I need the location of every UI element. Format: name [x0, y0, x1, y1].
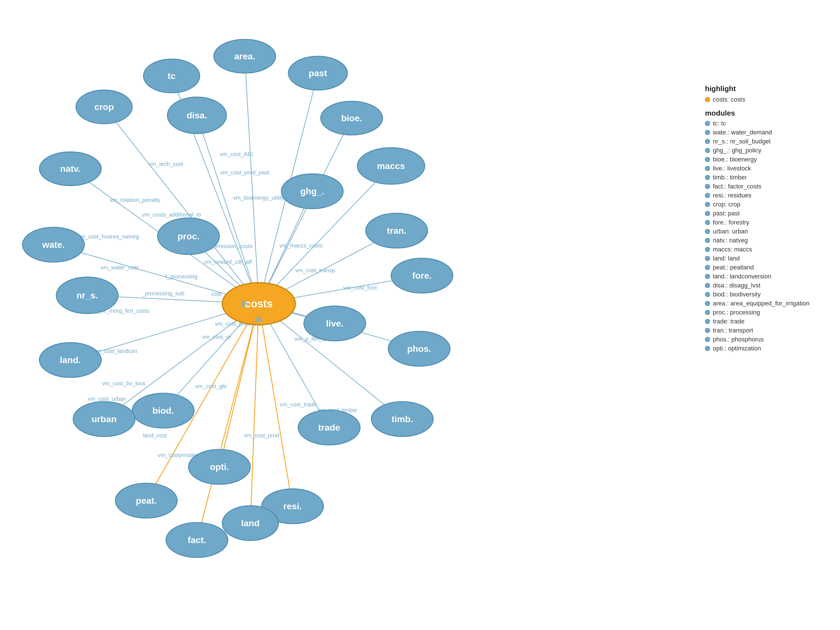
- svg-line-4: [259, 118, 352, 304]
- edge-label-vm-cost-transp: vm_cost_transp: [295, 267, 335, 274]
- node-area-label: area.: [234, 51, 256, 61]
- edge-label-vm-cost-prod-past: vm_cost_prod_past: [220, 169, 270, 176]
- node-wate-label: wate.: [42, 240, 65, 250]
- legend-module-dot: [705, 166, 710, 171]
- node-live-label: live.: [326, 318, 344, 328]
- legend-module-text: resi.: residues: [713, 192, 752, 199]
- legend-module-dot: [705, 256, 710, 261]
- node-phos-label: phos.: [407, 344, 431, 354]
- legend-module-item: proc.: processing: [705, 309, 823, 316]
- node-resi-label: resi.: [283, 501, 302, 511]
- edge-label-vm-costs-additional: vm_costs_additional_m: [142, 212, 201, 218]
- legend-module-dot: [705, 211, 710, 216]
- legend-module-dot: [705, 139, 710, 144]
- node-land-conv-label: land.: [60, 355, 81, 365]
- legend-module-item: maccs: maccs: [705, 246, 823, 253]
- legend-module-item: land: land: [705, 255, 823, 262]
- legend-module-text: tc: tc: [713, 120, 726, 127]
- legend-module-dot: [705, 229, 710, 234]
- node-peat-label: peat.: [136, 496, 157, 506]
- legend-module-item: phos.: phosphorus: [705, 336, 823, 343]
- node-trade-label: trade: [318, 422, 340, 433]
- legend-module-item: past: past: [705, 210, 823, 217]
- legend-module-item: tc: tc: [705, 120, 823, 127]
- legend-modules-list: tc: tcwate.: water_demandnr_s.: nr_soil_…: [705, 120, 823, 352]
- edge-label-vm-cost-bv-loss: vm_cost_bv_loss: [102, 380, 145, 387]
- legend-module-item: nr_s.: nr_soil_budget: [705, 138, 823, 145]
- legend-highlight-title: highlight: [705, 84, 823, 93]
- legend-module-dot: [705, 238, 710, 243]
- legend-module-item: resi.: residues: [705, 192, 823, 199]
- legend-module-dot: [705, 148, 710, 153]
- node-past-label: past: [309, 68, 327, 78]
- node-ghg-label: ghg_.: [300, 186, 324, 196]
- edge-label-vm-maccs-costs: vm_maccs_costs: [279, 242, 322, 249]
- legend-module-item: tran.: transport: [705, 327, 823, 334]
- legend-module-item: fact.: factor_costs: [705, 183, 823, 190]
- edge-label-t-processing: t_processing: [166, 273, 197, 280]
- edge-label-vm-cost-hvarea-natveg: vm_cost_hvarea_natveg: [77, 234, 139, 240]
- legend-container: highlight costs: costs modules tc: tcwat…: [705, 84, 823, 354]
- legend-module-item: biod.: biodiversity: [705, 291, 823, 298]
- legend-module-item: live.: livestock: [705, 165, 823, 172]
- legend-module-text: live.: livestock: [713, 165, 751, 172]
- legend-module-item: ghg_.: ghg_policy: [705, 147, 823, 154]
- legend-module-item: opti.: optimization: [705, 345, 823, 352]
- node-biod-label: biod.: [153, 406, 174, 416]
- node-land-label: land: [241, 518, 260, 528]
- legend-module-text: crop: crop: [713, 201, 741, 208]
- legend-module-text: disa.: disagg_lvst: [713, 282, 760, 289]
- edge-label-vm-cost-trade: vm_cost_trade: [279, 401, 316, 408]
- legend-module-dot: [705, 175, 710, 180]
- legend-module-dot: [705, 265, 710, 270]
- legend-highlight-item: costs: costs: [705, 96, 823, 103]
- node-crop-label: crop: [94, 102, 114, 112]
- legend-module-item: bioe.: bioenergy: [705, 156, 823, 163]
- edge-label-vm-water-cost: vm_water_cost: [101, 264, 139, 271]
- node-timb-label: timb.: [392, 414, 413, 424]
- legend-module-text: maccs: maccs: [713, 246, 752, 253]
- edge-label-cost: cost: [212, 291, 222, 297]
- legend-module-item: land.: landconversion: [705, 273, 823, 280]
- node-tran-label: tran.: [387, 226, 406, 236]
- legend-modules-title: modules: [705, 109, 823, 118]
- legend-highlight-dot: [705, 97, 710, 102]
- legend-module-text: area.: area_equipped_for_irrigation: [713, 300, 810, 307]
- legend-module-text: bioe.: bioenergy: [713, 156, 757, 163]
- legend-module-text: urban: urban: [713, 228, 748, 235]
- node-maccs-label: maccs: [377, 161, 405, 171]
- node-natv-label: natv.: [60, 164, 81, 174]
- legend-module-dot: [705, 328, 710, 333]
- legend-module-text: natv.: natveg: [713, 237, 748, 244]
- legend-module-dot: [705, 193, 710, 198]
- node-proc-label: proc.: [177, 231, 199, 241]
- legend-module-text: fact.: factor_costs: [713, 183, 761, 190]
- legend-module-dot: [705, 310, 710, 315]
- legend-module-text: biod.: biodiversity: [713, 291, 761, 298]
- legend-module-dot: [705, 157, 710, 162]
- legend-module-text: land: land: [713, 255, 740, 262]
- node-tc-label: tc: [168, 71, 175, 81]
- legend-module-item: crop: crop: [705, 201, 823, 208]
- node-fact-label: fact.: [188, 535, 206, 545]
- node-urban-label: urban: [92, 414, 117, 424]
- legend-module-item: natv.: natveg: [705, 237, 823, 244]
- legend-highlight-text: costs: costs: [713, 96, 745, 103]
- legend-module-dot: [705, 346, 710, 351]
- legend-module-dot: [705, 202, 710, 207]
- legend-module-dot: [705, 292, 710, 297]
- legend-module-item: area.: area_equipped_for_irrigation: [705, 300, 823, 307]
- node-costs-label: costs: [245, 298, 273, 309]
- edge-label-vm-cost-landcon: vm_cost_landcon: [93, 348, 137, 354]
- svg-line-25: [250, 304, 259, 523]
- legend-module-dot: [705, 319, 710, 324]
- legend-module-item: timb.: timber: [705, 174, 823, 181]
- legend-module-dot: [705, 247, 710, 252]
- node-disa-label: disa.: [187, 110, 207, 120]
- legend-module-dot: [705, 337, 710, 342]
- legend-module-text: tran.: transport: [713, 327, 753, 334]
- legend-module-text: opti.: optimization: [713, 345, 761, 352]
- node-bioe-label: bioe.: [341, 113, 362, 123]
- edge-label-processing-sub: _processing_sub: [142, 290, 184, 297]
- edge-label-land-cost: land_cost: [143, 432, 167, 439]
